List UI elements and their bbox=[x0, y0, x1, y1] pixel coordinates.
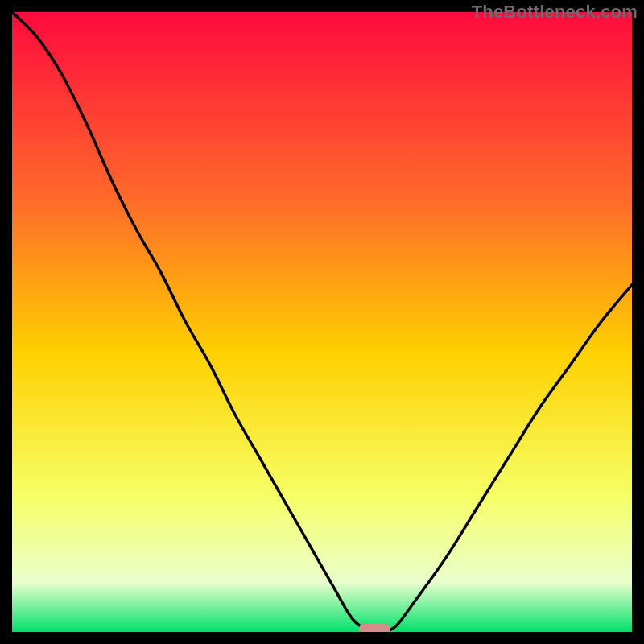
optimal-zone-marker bbox=[359, 624, 390, 632]
watermark-label: TheBottleneck.com bbox=[472, 2, 638, 23]
plot-area bbox=[12, 12, 632, 632]
chart-frame: TheBottleneck.com bbox=[0, 0, 644, 644]
gradient-background bbox=[12, 12, 632, 632]
chart-svg bbox=[12, 12, 632, 632]
